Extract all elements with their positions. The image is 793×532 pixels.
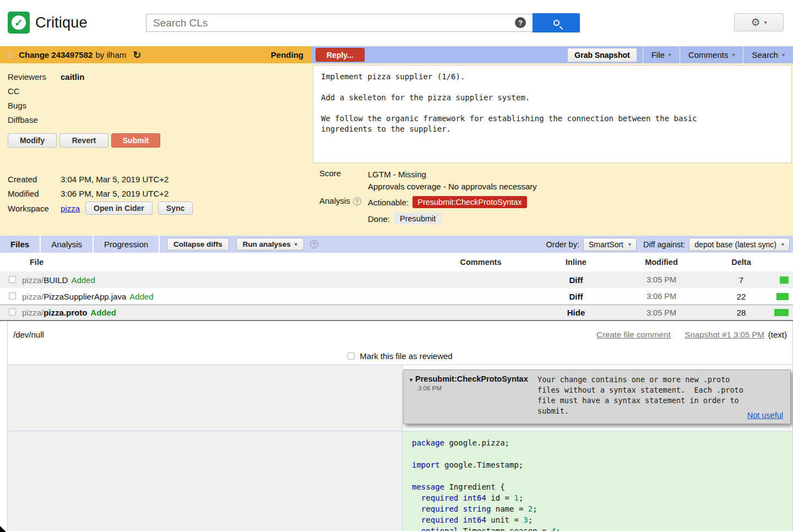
critique-logo-icon: ✓ [8,12,30,34]
diff-link[interactable]: Diff [569,292,583,301]
col-delta: Delta [714,258,769,267]
sync-button[interactable]: Sync [158,202,193,215]
old-file-path: /dev/null [13,330,44,339]
file-name: BUILD [44,275,68,285]
mark-reviewed-checkbox[interactable] [347,352,355,360]
search-bar: ? [146,13,580,32]
file-checkbox[interactable] [9,276,16,283]
workspace-row: Workspace pizza Open in Cider Sync [8,201,311,216]
code-line: required int64 unit = 3; [412,514,792,525]
file-status: Added [129,292,153,301]
analysis-help-icon[interactable]: ? [353,197,361,205]
order-by-select[interactable]: SmartSort ▾ [583,238,637,251]
file-row-build[interactable]: pizza/BUILDAdded Diff 3:05 PM 7 [0,272,793,288]
diff-against-label: Diff against: [643,240,685,249]
score-label: Score [319,169,341,178]
file-modified: 3:06 PM [609,292,714,301]
reply-button[interactable]: Reply... [316,48,365,62]
reviewers-value[interactable]: caitlin [61,70,84,84]
actionable-finding-badge[interactable]: Presubmit:CheckProtoSyntax [412,196,526,208]
create-file-comment-link[interactable]: Create file comment [596,330,670,339]
refresh-icon[interactable]: ↻ [133,49,141,61]
file-status: Added [90,308,116,317]
file-checkbox[interactable] [9,308,16,316]
chevron-down-icon: ▾ [781,241,784,247]
file-status: Added [71,275,95,285]
search-help-icon[interactable]: ? [515,17,526,28]
comments-menu[interactable]: Comments ▾ [680,46,743,63]
delta-bar [780,276,789,284]
search-input[interactable] [146,14,533,32]
workspace-link[interactable]: pizza [61,204,80,213]
collapse-triangle-icon[interactable]: ▾ [410,377,412,383]
submit-button[interactable]: Submit [111,133,160,148]
analyses-help-icon[interactable]: ? [310,240,318,248]
actionable-label: Actionable: [368,198,409,207]
diffbase-label: Diffbase [8,113,61,127]
score-lgtm: LGTM - Missing [368,170,426,179]
diff-comment-band: ▾ Presubmit:CheckProtoSyntax 3:06 PM You… [403,365,792,431]
finding-time: 3:06 PM [418,385,537,392]
grab-snapshot-button[interactable]: Grab Snapshot [567,48,637,62]
cl-header-bar: ☆ Change 243497582 by ilham ↻ Pending Re… [0,46,793,63]
col-modified: Modified [609,258,714,267]
file-menu[interactable]: File ▾ [643,46,680,63]
diff-link[interactable]: Diff [569,275,583,285]
diffbase-row: Diffbase [8,113,311,127]
tab-analysis[interactable]: Analysis [41,236,94,253]
chevron-down-icon: ▾ [628,241,631,247]
delta-bar [774,309,789,316]
modify-button[interactable]: Modify [8,133,57,148]
file-checkbox[interactable] [9,292,16,300]
file-name: pizza.proto [44,308,87,317]
search-menu[interactable]: Search ▾ [743,46,793,63]
chevron-down-icon: ▾ [295,241,297,247]
app-header: ✓ Critique ? ⚙ ▾ [0,0,793,46]
modified-row: Modified 3:06 PM, Mar 5, 2019 UTC+2 [8,187,311,202]
tab-progression[interactable]: Progression [94,236,160,253]
diff-old-side-empty [8,431,403,531]
done-label: Done: [368,214,390,224]
bugs-label: Bugs [8,99,61,113]
cl-summary: ☆ Change 243497582 by ilham ↻ Pending [0,46,311,63]
settings-button[interactable]: ⚙ ▾ [734,13,784,31]
done-finding-badge[interactable]: Presubmit [394,213,442,225]
analysis-label: Analysis [319,196,350,205]
search-icon [553,20,560,26]
workspace-label: Workspace [8,204,61,213]
file-row-pizza-proto[interactable]: pizza/pizza.protoAdded Hide 3:05 PM 28 [0,305,793,321]
cc-row: CC [8,84,311,99]
app-title: Critique [35,14,88,31]
snapshot-link[interactable]: Snapshot #1 3:05 PM [685,330,764,339]
files-tab-strip: Files Analysis Progression Collapse diff… [0,236,793,253]
cc-label: CC [8,84,61,99]
corner-wedge-icon [0,526,6,532]
check-icon: ✓ [12,15,26,30]
file-delta: 28 [714,308,769,317]
chevron-down-icon: ▾ [732,52,735,58]
tab-files[interactable]: Files [0,236,41,253]
not-useful-link[interactable]: Not useful [747,411,783,420]
file-modified: 3:05 PM [609,308,714,317]
file-row-pizzasupplierapp[interactable]: pizza/PizzaSupplierApp.javaAdded Diff 3:… [0,288,793,305]
diff-new-side-code: package google.pizza; import google.Time… [403,431,792,531]
code-line: optional Timestamp season = 4; [412,525,792,531]
file-modified: 3:05 PM [609,275,714,284]
hide-link[interactable]: Hide [567,308,585,317]
code-line: import google.Timestamp; [412,459,792,470]
star-icon[interactable]: ☆ [6,49,14,61]
col-comments: Comments [419,258,543,267]
files-table-header: File Comments Inline Modified Delta [0,253,793,272]
open-in-cider-button[interactable]: Open in Cider [85,202,153,215]
file-diff-view: /dev/null Create file comment Snapshot #… [7,321,793,531]
diff-against-select[interactable]: depot base (latest sync) ▾ [689,238,790,251]
cl-info-panel: Reviewers caitlin CC Bugs Diffbase Modif… [0,63,793,236]
modified-label: Modified [8,189,61,198]
search-button[interactable] [533,13,580,32]
code-line: required string name = 2; [412,503,792,514]
revert-button[interactable]: Revert [59,133,108,148]
collapse-diffs-button[interactable]: Collapse diffs [167,238,229,251]
analysis-row: Analysis ? Actionable: Presubmit:CheckPr… [313,196,792,225]
score-row: Score LGTM - Missing Approvals coverage … [313,169,792,192]
run-analyses-button[interactable]: Run analyses ▾ [236,238,304,251]
